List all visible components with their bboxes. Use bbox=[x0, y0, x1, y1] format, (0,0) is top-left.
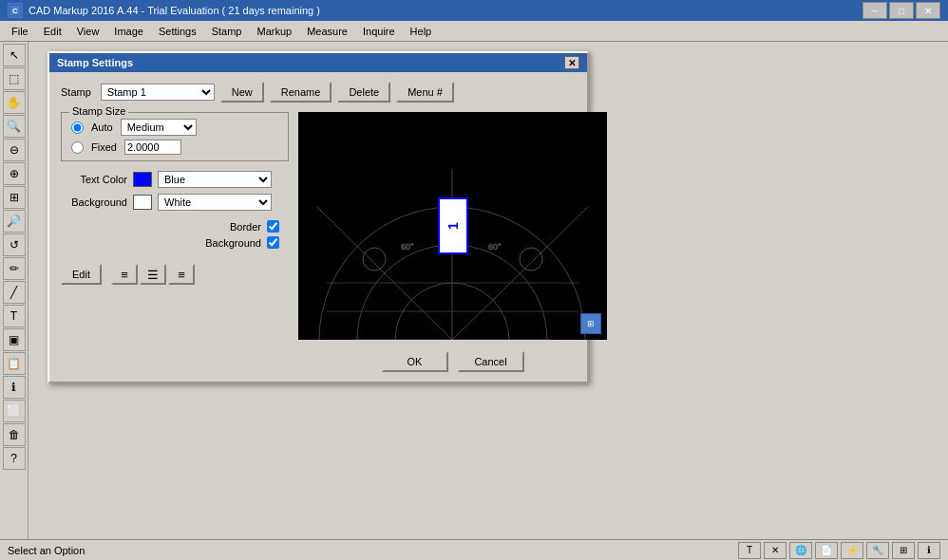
auto-row: Auto Medium Small Large bbox=[71, 119, 278, 136]
toolbar-btn-select[interactable]: ⬚ bbox=[3, 67, 26, 90]
toolbar-btn-info[interactable]: ℹ bbox=[3, 376, 26, 399]
toolbar-btn-zoomout[interactable]: ⊖ bbox=[3, 139, 26, 161]
fixed-label: Fixed bbox=[91, 141, 117, 153]
preview-canvas: 60° 60° bbox=[298, 112, 607, 340]
fixed-value-input[interactable] bbox=[124, 140, 181, 155]
size-dropdown[interactable]: Medium Small Large bbox=[121, 119, 197, 136]
menu-bar: File Edit View Image Settings Stamp Mark… bbox=[0, 21, 948, 42]
border-check-label: Border bbox=[230, 221, 261, 233]
new-button[interactable]: New bbox=[220, 82, 264, 103]
menu-markup[interactable]: Markup bbox=[249, 24, 299, 39]
stamp-settings-dialog: Stamp Settings ✕ Stamp Stamp 1 New Renam… bbox=[47, 51, 589, 383]
status-icon-bolt[interactable]: ⚡ bbox=[841, 542, 863, 559]
toolbar-btn-line[interactable]: ╱ bbox=[3, 281, 26, 304]
main-area: ↖ ⬚ ✋ 🔍 ⊖ ⊕ ⊞ 🔎 ↺ ✏ ╱ T ▣ 📋 ℹ ⬜ 🗑 ? Stam… bbox=[0, 42, 948, 539]
background-color-row: Background White None Yellow bbox=[61, 194, 289, 211]
align-center-button[interactable]: ☰ bbox=[140, 264, 166, 285]
dialog-title-text: Stamp Settings bbox=[57, 57, 133, 68]
status-text: Select an Option bbox=[8, 545, 85, 556]
dialog-main: Stamp Size Auto Medium Small Large bbox=[61, 112, 576, 372]
menu-inquire[interactable]: Inquire bbox=[355, 24, 403, 39]
toolbar-btn-clipboard[interactable]: 📋 bbox=[3, 352, 26, 375]
app-icon: C bbox=[8, 3, 23, 18]
menu-help[interactable]: Help bbox=[403, 24, 440, 39]
text-color-row: Text Color Blue Red Black Green bbox=[61, 171, 289, 188]
menu-hash-button[interactable]: Menu # bbox=[396, 82, 454, 103]
background-checkbox[interactable] bbox=[267, 236, 279, 249]
fixed-radio[interactable] bbox=[71, 141, 84, 154]
left-toolbar: ↖ ⬚ ✋ 🔍 ⊖ ⊕ ⊞ 🔎 ↺ ✏ ╱ T ▣ 📋 ℹ ⬜ 🗑 ? bbox=[0, 42, 28, 539]
stamp-selector-row: Stamp Stamp 1 New Rename Delete Menu # bbox=[61, 82, 576, 103]
status-bar: Select an Option T ✕ 🌐 📄 ⚡ 🔧 ⊞ ℹ bbox=[0, 539, 948, 560]
content-area: Stamp Settings ✕ Stamp Stamp 1 New Renam… bbox=[28, 42, 948, 539]
background-check-label: Background bbox=[205, 237, 261, 249]
stamp-size-label: Stamp Size bbox=[69, 105, 128, 117]
app-close-button[interactable]: ✕ bbox=[916, 2, 940, 19]
menu-settings[interactable]: Settings bbox=[151, 24, 204, 39]
toolbar-btn-pen[interactable]: ✏ bbox=[3, 257, 26, 280]
svg-point-7 bbox=[520, 248, 542, 271]
rename-button[interactable]: Rename bbox=[270, 82, 332, 103]
stamp-label: Stamp bbox=[61, 86, 91, 98]
menu-measure[interactable]: Measure bbox=[299, 24, 355, 39]
toolbar-btn-zoomfit[interactable]: ⊕ bbox=[3, 162, 26, 185]
stamp-preview-text: 1 bbox=[438, 197, 468, 254]
toolbar-btn-zoomin[interactable]: 🔍 bbox=[3, 115, 26, 138]
title-text: CAD Markup 2016 A.44 - Trial Evaluation … bbox=[28, 5, 320, 16]
auto-label: Auto bbox=[91, 121, 113, 133]
svg-text:C: C bbox=[12, 7, 18, 15]
svg-text:60°: 60° bbox=[401, 242, 414, 252]
preview-icon[interactable]: ⊞ bbox=[580, 313, 601, 334]
bottom-row: Edit ≡ ☰ ≡ bbox=[61, 264, 289, 285]
minimize-button[interactable]: ─ bbox=[863, 2, 887, 19]
cancel-button[interactable]: Cancel bbox=[458, 351, 524, 372]
menu-image[interactable]: Image bbox=[106, 24, 151, 39]
toolbar-btn-zoomwindow[interactable]: ⊞ bbox=[3, 186, 26, 209]
preview-panel: 60° 60° bbox=[298, 112, 607, 372]
toolbar-btn-delete[interactable]: 🗑 bbox=[3, 423, 26, 446]
title-bar-left: C CAD Markup 2016 A.44 - Trial Evaluatio… bbox=[8, 3, 320, 18]
toolbar-btn-arrow[interactable]: ↖ bbox=[3, 44, 26, 66]
menu-file[interactable]: File bbox=[4, 24, 36, 39]
toolbar-btn-help[interactable]: ? bbox=[3, 447, 26, 470]
align-left-button[interactable]: ≡ bbox=[111, 264, 138, 285]
status-icon-info[interactable]: ℹ bbox=[918, 542, 940, 559]
delete-button[interactable]: Delete bbox=[337, 82, 390, 103]
auto-radio[interactable] bbox=[71, 121, 84, 134]
toolbar-btn-rotate[interactable]: ↺ bbox=[3, 233, 26, 256]
status-icon-text[interactable]: T bbox=[738, 542, 761, 559]
status-icon-grid[interactable]: ⊞ bbox=[892, 542, 915, 559]
status-icon-globe[interactable]: 🌐 bbox=[789, 542, 812, 559]
text-color-dropdown[interactable]: Blue Red Black Green bbox=[158, 171, 272, 188]
stamp-size-group: Stamp Size Auto Medium Small Large bbox=[61, 112, 289, 161]
ok-button[interactable]: OK bbox=[382, 351, 448, 372]
toolbar-btn-text[interactable]: T bbox=[3, 305, 26, 327]
dialog-body: Stamp Stamp 1 New Rename Delete Menu # bbox=[49, 72, 587, 382]
background-color-dropdown[interactable]: White None Yellow bbox=[158, 194, 272, 211]
toolbar-btn-rect[interactable]: ▣ bbox=[3, 328, 26, 351]
status-icon-tools[interactable]: 🔧 bbox=[866, 542, 889, 559]
menu-stamp[interactable]: Stamp bbox=[204, 24, 250, 39]
align-right-button[interactable]: ≡ bbox=[168, 264, 195, 285]
toolbar-btn-zoombox[interactable]: 🔎 bbox=[3, 210, 26, 233]
status-icon-x[interactable]: ✕ bbox=[764, 542, 787, 559]
dialog-close-button[interactable]: ✕ bbox=[564, 56, 579, 69]
toolbar-btn-erase[interactable]: ⬜ bbox=[3, 400, 26, 422]
menu-edit[interactable]: Edit bbox=[36, 24, 69, 39]
fixed-row: Fixed bbox=[71, 140, 278, 155]
svg-line-8 bbox=[317, 207, 452, 340]
stamp-dropdown[interactable]: Stamp 1 bbox=[101, 84, 215, 101]
svg-text:⊞: ⊞ bbox=[587, 319, 595, 328]
title-bar: C CAD Markup 2016 A.44 - Trial Evaluatio… bbox=[0, 0, 948, 21]
align-buttons: ≡ ☰ ≡ bbox=[111, 264, 195, 285]
status-icon-doc[interactable]: 📄 bbox=[815, 542, 838, 559]
svg-text:60°: 60° bbox=[488, 242, 502, 252]
toolbar-btn-pan[interactable]: ✋ bbox=[3, 91, 26, 114]
background-label: Background bbox=[61, 196, 127, 208]
edit-button[interactable]: Edit bbox=[61, 264, 102, 285]
settings-panel: Stamp Size Auto Medium Small Large bbox=[61, 112, 289, 372]
maximize-button[interactable]: □ bbox=[889, 2, 914, 19]
border-checkbox[interactable] bbox=[267, 220, 279, 233]
menu-view[interactable]: View bbox=[69, 24, 107, 39]
svg-point-5 bbox=[363, 248, 386, 271]
